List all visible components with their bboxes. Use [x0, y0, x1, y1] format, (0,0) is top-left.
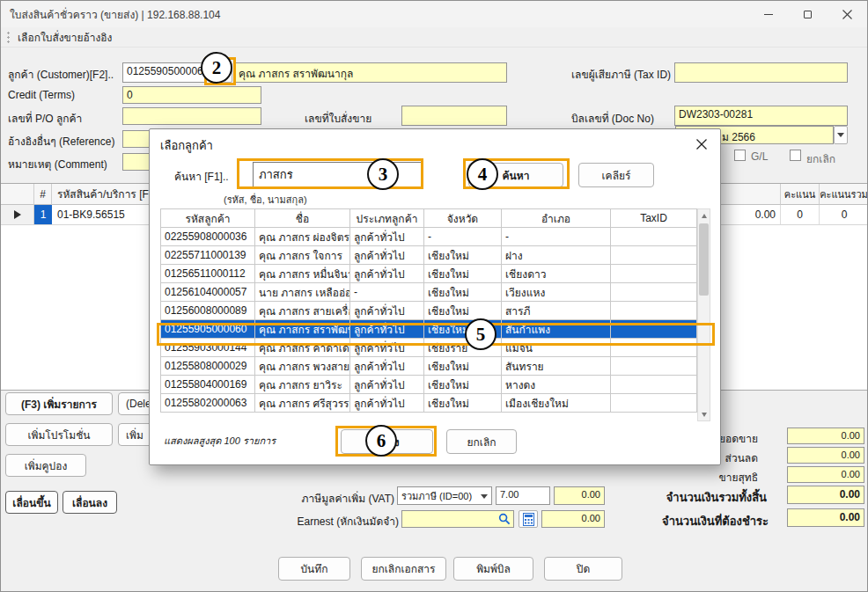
- close-icon: [842, 10, 852, 19]
- table-row[interactable]: 01255808000029คุณ ภาสกร พวงสายใจลูกค้าทั…: [161, 357, 697, 376]
- row-no-cell: 1: [34, 205, 52, 225]
- close-form-button[interactable]: ปิด: [544, 557, 622, 581]
- cell: 02255711000139: [161, 246, 255, 265]
- cell: ลูกค้าทั่วไป: [350, 376, 424, 394]
- table-row[interactable]: 01255903000144คุณ ภาสกร คำดาเดาลูกค้าทั่…: [161, 339, 697, 357]
- cell: นาย ภาสกร เหลืออ่อน: [255, 283, 350, 302]
- credit-label: Credit (Terms): [8, 89, 75, 101]
- add-item-button[interactable]: (F3) เพิ่มรายการ: [5, 392, 113, 415]
- customer-select-dialog: เลือกลูกค้า ค้นหา [F1].. (รหัส, ชื่อ, นา…: [149, 128, 721, 465]
- save-button[interactable]: บันทึก: [278, 557, 350, 581]
- close-button[interactable]: [828, 1, 867, 27]
- table-row[interactable]: 02255908000036คุณ ภาสกร ผ่องจิตรลูกค้าทั…: [161, 228, 697, 246]
- cell: -: [502, 228, 611, 246]
- doc-date-dropdown[interactable]: [834, 126, 848, 144]
- dialog-title: เลือกลูกค้า: [160, 136, 213, 155]
- table-row[interactable]: 01255905000060คุณ ภาสกร สราพัฒนากุลลูกค้…: [161, 320, 697, 339]
- cell: คุณ ภาสกร หมื่นจินา: [255, 265, 350, 283]
- column-header-code: รหัสลูกค้า: [161, 209, 255, 228]
- gl-checkbox[interactable]: [734, 150, 746, 161]
- earnest-field[interactable]: [401, 510, 514, 528]
- sale-order-field[interactable]: [401, 106, 507, 126]
- cell: เชียงใหม่: [424, 283, 502, 302]
- dialog-close-button[interactable]: [690, 135, 713, 154]
- cell: สันทราย: [502, 357, 611, 376]
- clear-button[interactable]: เคลียร์: [578, 163, 654, 187]
- net-total-field: 0.00: [787, 466, 864, 483]
- add-coupon-button[interactable]: เพิ่มคูปอง: [5, 454, 86, 477]
- taxid-field[interactable]: [674, 62, 848, 83]
- cell: แม่จัน: [502, 339, 611, 357]
- customer-code-field[interactable]: 01255905000060: [122, 62, 207, 83]
- gl-checkbox-label: G/L: [751, 150, 768, 163]
- move-up-button[interactable]: เลื่อนขึ้น: [5, 491, 58, 514]
- vat-type-combo[interactable]: รวมภาษี (ID=00): [397, 486, 492, 505]
- cell: คุณ ภาสกร คำดาเดา: [255, 339, 350, 357]
- move-down-button[interactable]: เลื่อนลง: [63, 491, 117, 514]
- table-row[interactable]: 01255804000169คุณ ภาสกร ยาวิระลูกค้าทั่ว…: [161, 376, 697, 394]
- void-document-button[interactable]: ยกเลิกเอกสาร: [361, 557, 446, 581]
- table-row[interactable]: 01256511000112คุณ ภาสกร หมื่นจินาลูกค้าท…: [161, 265, 697, 283]
- row-selector: [1, 205, 34, 225]
- earnest-amount-field: 0.00: [541, 510, 605, 528]
- table-row[interactable]: 01256008000089คุณ ภาสกร สายเครื่องลูกค้า…: [161, 302, 697, 320]
- credit-field[interactable]: 0: [122, 86, 261, 104]
- customer-name-field[interactable]: คุณ ภาสกร สราพัฒนากุล: [234, 62, 507, 83]
- dialog-scrollbar[interactable]: [697, 208, 710, 421]
- cell: [611, 283, 697, 302]
- result-count-status: แสดงผลสูงสุด 100 รายการ: [164, 433, 276, 449]
- customer-search-input[interactable]: [253, 162, 423, 187]
- cell: ลูกค้าทั่วไป: [350, 265, 424, 283]
- cell: 02255908000036: [161, 228, 255, 246]
- minimize-button[interactable]: [748, 1, 788, 27]
- maximize-button[interactable]: [788, 1, 828, 27]
- scroll-thumb[interactable]: [699, 223, 709, 296]
- scroll-down-button[interactable]: [698, 408, 710, 420]
- earnest-search-icon[interactable]: [498, 513, 511, 525]
- due-total-field: 0.00: [787, 508, 864, 527]
- table-row[interactable]: 02255711000139คุณ ภาสกร ใจการลูกค้าทั่วไ…: [161, 246, 697, 265]
- void-checkbox[interactable]: [790, 150, 801, 161]
- sale-order-label: เลขที่ใบสั่งขาย: [305, 110, 371, 127]
- cell: [611, 302, 697, 320]
- cancel-button[interactable]: ยกเลิก: [446, 429, 517, 454]
- cell: -: [424, 228, 502, 246]
- score-cell: 0: [781, 205, 820, 225]
- cell: 01256104000057: [161, 283, 255, 302]
- toolbar: เลือกใบสั่งขายอ้างอิง: [1, 27, 867, 48]
- amount-cell: 0.00: [721, 205, 781, 225]
- docno-field[interactable]: DW2303-00281: [674, 106, 848, 126]
- calculator-button[interactable]: [519, 510, 538, 528]
- grid-header-score: คะแนน: [781, 184, 820, 205]
- ok-button[interactable]: ตกลง: [341, 429, 433, 454]
- search-icon: [215, 66, 228, 79]
- cell: ลูกค้าทั่วไป: [350, 394, 424, 413]
- vat-rate-field[interactable]: 7.00: [496, 486, 550, 505]
- cell: เชียงใหม่: [424, 302, 502, 320]
- calculator-icon: [523, 513, 534, 526]
- net-total-label: ขายสุทธิ: [670, 469, 758, 486]
- column-header-taxid: TaxID: [611, 209, 697, 228]
- chevron-down-icon: [481, 494, 488, 499]
- sale-total-field: 0.00: [787, 428, 864, 444]
- grand-total-label: จำนวนเงินรวมทั้งสิ้น: [613, 488, 767, 507]
- menu-item-select-sale-order-ref[interactable]: เลือกใบสั่งขายอ้างอิง: [18, 29, 112, 46]
- grid-header-no: #: [34, 184, 52, 205]
- cell: เชียงใหม่: [424, 357, 502, 376]
- find-button[interactable]: ค้นหา: [468, 163, 563, 187]
- po-field[interactable]: [122, 107, 261, 125]
- cell: คุณ ภาสกร ผ่องจิตร: [255, 228, 350, 246]
- table-row[interactable]: 01256104000057นาย ภาสกร เหลืออ่อน-เชียงใ…: [161, 283, 697, 302]
- cell: คุณ ภาสกร สราพัฒนากุล: [255, 320, 350, 339]
- cell: 01256511000112: [161, 265, 255, 283]
- add-promotion-button[interactable]: เพิ่มโปรโมชั่น: [5, 423, 113, 446]
- scroll-up-button[interactable]: [698, 209, 710, 222]
- cell: คุณ ภาสกร ยาวิระ: [255, 376, 350, 394]
- customer-search-button[interactable]: [210, 62, 232, 83]
- table-row[interactable]: 01255802000063คุณ ภาสกร ศรีสุวรรณลูกค้าท…: [161, 394, 697, 413]
- cell: [611, 376, 697, 394]
- cell: คุณ ภาสกร ใจการ: [255, 246, 350, 265]
- cell: [611, 246, 697, 265]
- print-bill-button[interactable]: พิมพ์บิล: [453, 557, 533, 581]
- column-header-province: จังหวัด: [424, 209, 502, 228]
